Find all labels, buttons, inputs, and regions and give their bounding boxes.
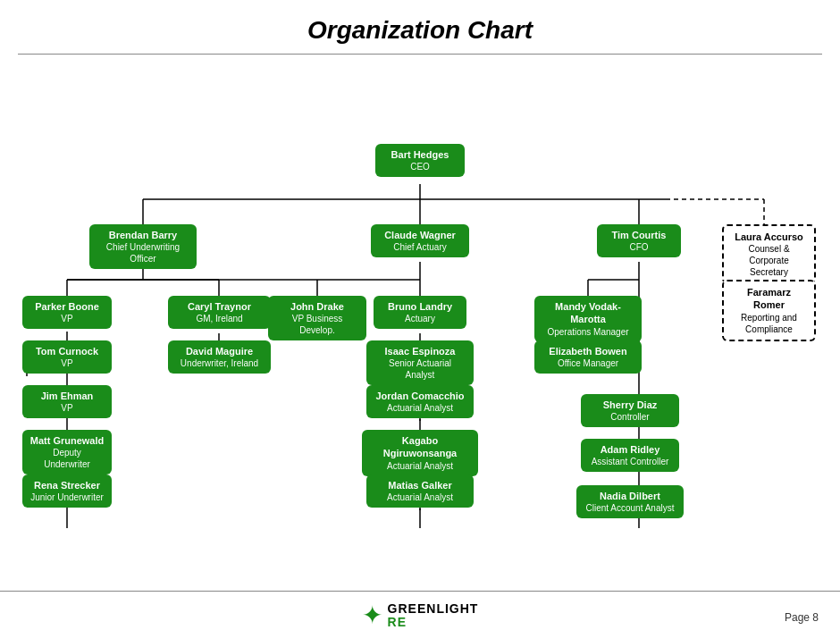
node-david: David Maguire Underwriter, Ireland [168, 340, 271, 374]
node-jim: Jim Ehman VP [22, 385, 112, 418]
node-tim: Tim Courtis CFO [597, 224, 681, 257]
chart-area: Bart Hedges CEO Brendan Barry Chief Unde… [0, 55, 840, 591]
node-adam: Adam Ridley Assistant Controller [581, 439, 679, 472]
page-title: Organization Chart [0, 0, 840, 54]
footer-logo: ✦ GREENLIGHT RE [362, 602, 479, 630]
node-isaac: Isaac Espinoza Senior Actuarial Analyst [366, 340, 474, 385]
node-kagabo: Kagabo Ngiruwonsanga Actuarial Analyst [362, 430, 478, 476]
node-bruno: Bruno Landry Actuary [374, 296, 466, 329]
page-number: Page 8 [785, 611, 819, 624]
node-jordan: Jordan Comacchio Actuarial Analyst [366, 385, 474, 418]
node-matt: Matt Grunewald Deputy Underwriter [22, 430, 112, 475]
node-brendan: Brendan Barry Chief Underwriting Officer [89, 224, 197, 269]
node-mandy: Mandy Vodak-Marotta Operations Manager [534, 296, 642, 342]
node-john: John Drake VP Business Develop. [268, 296, 366, 340]
node-matias: Matias Galker Actuarial Analyst [366, 475, 474, 508]
node-sherry: Sherry Diaz Controller [581, 394, 679, 427]
node-tom: Tom Curnock VP [22, 340, 112, 374]
node-parker: Parker Boone VP [22, 296, 112, 329]
node-caryl: Caryl Traynor GM, Ireland [168, 296, 271, 329]
logo-text: GREENLIGHT RE [388, 602, 479, 630]
node-laura: Laura Accurso Counsel & Corporate Secret… [722, 224, 816, 284]
node-claude: Claude Wagner Chief Actuary [371, 224, 469, 257]
node-elizabeth: Elizabeth Bowen Office Manager [534, 340, 642, 374]
footer: ✦ GREENLIGHT RE Page 8 [0, 591, 840, 630]
node-ceo: Bart Hedges CEO [375, 144, 465, 177]
star-icon: ✦ [362, 603, 382, 628]
greenlight-text: GREENLIGHT [388, 602, 479, 616]
node-faramarz: Faramarz Romer Reporting and Compliance [722, 280, 816, 341]
node-rena: Rena Strecker Junior Underwriter [22, 475, 112, 508]
re-text: RE [388, 616, 479, 629]
node-nadia: Nadia Dilbert Client Account Analyst [576, 485, 684, 518]
